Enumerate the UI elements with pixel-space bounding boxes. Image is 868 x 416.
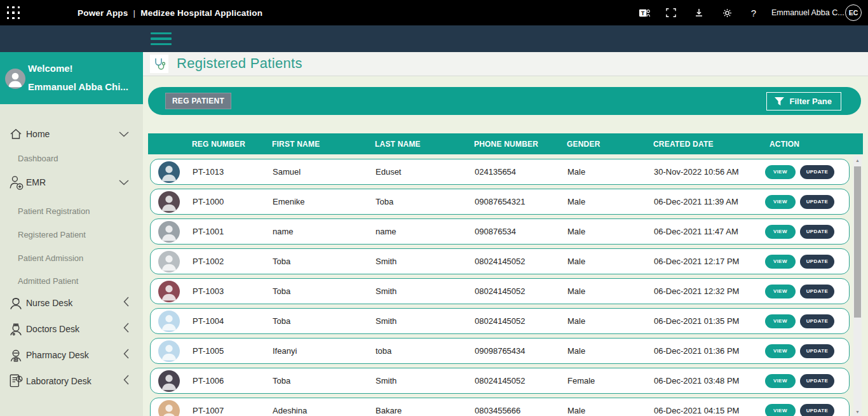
- navy-header-bar: [0, 25, 868, 52]
- scrollbar-thumb[interactable]: [854, 166, 861, 318]
- update-button[interactable]: UPDATE: [800, 225, 834, 239]
- cell-last-name: toba: [372, 346, 473, 356]
- sidebar-item-laboratory-desk[interactable]: Laboratory Desk: [0, 372, 143, 391]
- view-button[interactable]: VIEW: [765, 195, 796, 209]
- teams-icon[interactable]: T: [635, 0, 654, 25]
- view-button[interactable]: VIEW: [765, 314, 796, 328]
- view-button[interactable]: VIEW: [765, 165, 796, 179]
- cell-gender: Male: [562, 346, 651, 356]
- update-button[interactable]: UPDATE: [800, 314, 834, 328]
- sidebar-item-patient-admission[interactable]: Patient Admission: [18, 253, 83, 263]
- user-name[interactable]: Emmanuel Abba C...: [771, 0, 844, 25]
- cell-first-name: Toba: [270, 286, 372, 296]
- cell-reg-number: PT-1004: [191, 316, 270, 326]
- scrollbar-up-arrow[interactable]: ▲: [853, 156, 862, 164]
- sidebar-item-admitted-patient[interactable]: Admitted Patient: [18, 276, 78, 286]
- cell-gender: Male: [562, 286, 651, 296]
- emr-icon: [6, 173, 25, 192]
- update-button[interactable]: UPDATE: [800, 344, 834, 358]
- view-button[interactable]: VIEW: [765, 344, 796, 358]
- cell-gender: Male: [562, 316, 651, 326]
- sidebar-item-nurse-desk[interactable]: Nurse Desk: [0, 293, 143, 312]
- waffle-menu-icon[interactable]: [7, 6, 20, 20]
- update-button[interactable]: UPDATE: [800, 165, 834, 179]
- reg-patient-button[interactable]: REG PATIENT: [165, 93, 231, 109]
- patient-avatar: [158, 161, 180, 183]
- table-row[interactable]: PT-1002 Toba Smith 08024145052 Male 06-D…: [150, 248, 850, 274]
- cell-phone-number: 024135654: [473, 167, 562, 177]
- fit-screen-icon-glyph: [665, 8, 677, 18]
- table-row[interactable]: PT-1000 Emenike Toba 09087654321 Male 06…: [150, 189, 850, 215]
- stethoscope-icon: [150, 55, 168, 73]
- sidebar-item-doctors-desk[interactable]: Doctors Desk: [0, 319, 143, 339]
- table-row[interactable]: PT-1001 name name 090876534 Male 06-Dec-…: [150, 218, 850, 245]
- table-row[interactable]: PT-1013 Samuel Eduset 024135654 Male 30-…: [150, 159, 850, 185]
- update-button[interactable]: UPDATE: [800, 285, 834, 299]
- teams-icon-glyph: T: [639, 7, 651, 19]
- table-row[interactable]: PT-1007 Adeshina Bakare 0803455666 Male …: [150, 398, 850, 416]
- table-row[interactable]: PT-1004 Toba Smith 08024145052 Male 06-D…: [150, 308, 850, 334]
- cell-last-name: Bakare: [372, 406, 473, 415]
- cell-reg-number: PT-1000: [191, 197, 270, 206]
- sidebar-item-pharmacy-desk[interactable]: Pharmacy Desk: [0, 346, 143, 365]
- column-header-action: ACTION: [760, 140, 863, 149]
- cell-phone-number: 09087654321: [473, 197, 562, 206]
- chevron-down-icon: [119, 128, 129, 140]
- filter-pane-button[interactable]: Filter Pane: [766, 92, 841, 111]
- cell-first-name: Samuel: [270, 167, 372, 177]
- scrollbar-down-arrow[interactable]: ▼: [853, 407, 862, 416]
- person-icon: [158, 400, 180, 416]
- action-cell: VIEW UPDATE: [761, 344, 849, 358]
- view-button[interactable]: VIEW: [765, 255, 796, 269]
- help-icon[interactable]: ?: [744, 0, 763, 25]
- cell-gender: Male: [562, 406, 651, 415]
- sidebar-item-patient-registration[interactable]: Patient Registration: [18, 206, 90, 216]
- sidebar-item-dashboard[interactable]: Dashboard: [18, 154, 58, 163]
- action-cell: VIEW UPDATE: [761, 255, 849, 269]
- cell-phone-number: 090876534: [473, 227, 562, 236]
- settings-gear-icon-glyph: [722, 8, 733, 18]
- menu-toggle-icon[interactable]: [151, 32, 172, 45]
- sidebar-item-emr[interactable]: EMR: [0, 173, 143, 192]
- cell-phone-number: 09098765434: [473, 346, 562, 356]
- update-button[interactable]: UPDATE: [800, 374, 834, 388]
- column-header-first-name: FIRST NAME: [269, 140, 371, 149]
- cell-phone-number: 08024145052: [473, 286, 562, 296]
- view-button[interactable]: VIEW: [765, 404, 796, 416]
- cell-created-date: 06-Dec-2021 01:36 PM: [651, 346, 761, 356]
- view-button[interactable]: VIEW: [765, 225, 796, 239]
- update-button[interactable]: UPDATE: [800, 404, 834, 416]
- sidebar-item-label: Nurse Desk: [26, 298, 72, 308]
- patient-avatar: [158, 191, 180, 213]
- cell-gender: Male: [562, 197, 651, 206]
- update-button[interactable]: UPDATE: [800, 195, 834, 209]
- download-icon[interactable]: [689, 0, 709, 25]
- update-button[interactable]: UPDATE: [800, 255, 834, 269]
- sidebar-item-home[interactable]: Home: [0, 124, 143, 144]
- patient-avatar: [158, 251, 180, 272]
- sidebar-item-registered-patient[interactable]: Registered Patient: [18, 230, 86, 239]
- table-scrollbar[interactable]: ▲ ▼: [853, 156, 862, 416]
- action-cell: VIEW UPDATE: [761, 225, 849, 239]
- settings-gear-icon[interactable]: [717, 0, 736, 25]
- cell-created-date: 06-Dec-2021 01:35 PM: [651, 316, 761, 326]
- cell-created-date: 06-Dec-2021 11:39 AM: [651, 197, 761, 206]
- table-row[interactable]: PT-1005 Ifeanyi toba 09098765434 Male 06…: [150, 338, 850, 364]
- fit-screen-icon[interactable]: [661, 0, 681, 25]
- cell-reg-number: PT-1005: [191, 346, 270, 356]
- person-icon: [158, 251, 180, 272]
- cell-last-name: Smith: [372, 316, 473, 326]
- toolbar: REG PATIENT Filter Pane: [148, 87, 861, 115]
- column-header-gender: GENDER: [562, 140, 651, 149]
- cell-reg-number: PT-1003: [191, 286, 270, 296]
- user-avatar-badge[interactable]: EC: [845, 4, 862, 21]
- action-cell: VIEW UPDATE: [761, 285, 849, 299]
- svg-text:T: T: [641, 10, 645, 16]
- table-row[interactable]: PT-1003 Toba Smith 08024145052 Male 06-D…: [150, 278, 850, 304]
- view-button[interactable]: VIEW: [765, 374, 796, 388]
- patient-avatar: [158, 340, 180, 362]
- cell-created-date: 30-Nov-2022 10:56 AM: [651, 167, 761, 177]
- table-row[interactable]: PT-1006 Toba Smith 08024145052 Female 06…: [150, 368, 850, 394]
- sidebar-item-label: Home: [26, 129, 50, 139]
- view-button[interactable]: VIEW: [765, 285, 796, 299]
